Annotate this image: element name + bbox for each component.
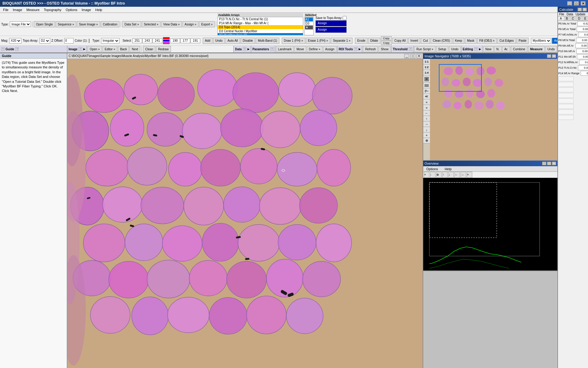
close-btn[interactable]: ✕ — [581, 1, 586, 6]
assign-topo-btn[interactable]: Assign — [315, 20, 347, 26]
erode-btn[interactable]: Erode — [355, 38, 368, 44]
next-btn[interactable]: Next — [130, 46, 140, 52]
image-nav-question[interactable]: ? — [547, 54, 551, 58]
separate-btn[interactable]: Separate 1 » — [331, 38, 352, 44]
undo-btn[interactable]: Undo — [213, 38, 225, 44]
undo-edit-btn[interactable]: Undo — [545, 46, 557, 52]
array-list[interactable]: P13 Tt.N.Cr.Nc - Tt N Central Nc (1) P14… — [217, 17, 303, 35]
calibration-btn[interactable]: Calibration — [101, 21, 120, 27]
keep-btn[interactable]: Keep — [453, 38, 464, 44]
menu-image2[interactable]: Image — [80, 8, 93, 12]
clean-crs-btn[interactable]: Clean (CRS) — [431, 38, 452, 44]
editor-btn[interactable]: Editor » — [103, 46, 117, 52]
move-btn[interactable]: Move — [294, 46, 306, 52]
calc-value-9[interactable] — [581, 71, 588, 76]
ov-right-btn[interactable]: → — [461, 172, 466, 178]
ov-plus2-btn[interactable]: + — [467, 172, 472, 178]
editing-expand[interactable]: ▶ — [479, 48, 481, 51]
mask-btn[interactable]: Mask — [465, 38, 477, 44]
selected-d3[interactable]: D3 — [305, 21, 313, 25]
save-topo-checkbox[interactable] — [343, 16, 347, 20]
add-btn[interactable]: Add — [203, 38, 213, 44]
img-minimize-btn[interactable]: _ — [404, 54, 409, 58]
image-viewer[interactable]: C:\BIOQUANT\Images\Sample Images\Muscle … — [67, 53, 423, 368]
calc-tab-b[interactable]: B — [564, 17, 570, 21]
array-item-0[interactable]: P13 Tt.N.Cr.Nc - Tt N Central Nc (1) — [218, 17, 303, 21]
selected-btn[interactable]: Selected » — [142, 21, 160, 27]
calc-value-6[interactable] — [577, 54, 588, 59]
draw-fh-btn[interactable]: Draw 1 (FH) » — [282, 38, 305, 44]
copy-btn2[interactable]: Copy — [381, 41, 392, 45]
disable-btn[interactable]: Disable — [241, 38, 255, 44]
data-set-btn[interactable]: Data Set » — [122, 21, 141, 27]
cut-edges-btn[interactable]: Cut Edges — [497, 38, 516, 44]
zoom-1-4[interactable]: 1:4 — [423, 70, 430, 75]
cut-btn[interactable]: Cut — [421, 38, 430, 44]
zoom-icon-lines2[interactable] — [423, 88, 430, 94]
img-close-btn[interactable]: ✕ — [417, 54, 421, 58]
z-offset-input[interactable] — [64, 38, 74, 44]
landmark-btn[interactable]: Landmark — [276, 46, 294, 52]
n-btn[interactable]: N. — [494, 46, 502, 52]
zoom-icon-chevrons[interactable]: ≪ — [423, 94, 430, 99]
calc-data[interactable]: Data — [565, 12, 574, 16]
open-btn[interactable]: Open » — [88, 46, 102, 52]
thumbnail-image[interactable] — [430, 59, 557, 160]
mag-select[interactable]: X20 — [9, 38, 21, 44]
assign-topo-btn2[interactable]: Assign — [315, 27, 347, 33]
assign-dropdown-btn[interactable]: Assign » — [183, 21, 198, 27]
zoom-1-1[interactable]: 1:1 — [423, 59, 430, 64]
nav-crosshair[interactable]: ⊕ — [423, 138, 430, 144]
back-btn[interactable]: Back — [118, 46, 129, 52]
fill-obj-btn[interactable]: Fill (OBJ) » — [477, 38, 497, 44]
calc-value-4[interactable] — [575, 43, 588, 48]
clean-btn[interactable]: Clean — [143, 46, 155, 52]
ov-left-btn[interactable]: ← — [454, 172, 460, 178]
calc-close[interactable]: ✕ — [582, 8, 587, 11]
image-expand[interactable]: ▶ — [83, 48, 85, 51]
overview-menu-options[interactable]: Options — [424, 167, 440, 171]
calc-value-0[interactable] — [577, 21, 588, 26]
refresh-btn[interactable]: Refresh — [363, 46, 378, 52]
view-data-btn[interactable]: View Data » — [161, 21, 182, 27]
array-item-4[interactable]: A0 Myofiber Area (0) — [218, 33, 303, 35]
measure-btn[interactable]: Measure — [528, 46, 545, 52]
show-btn[interactable]: Show — [379, 46, 390, 52]
overview-menu-help[interactable]: Help — [443, 167, 454, 171]
array-item-2[interactable]: D3 Topo (2014) — [218, 25, 303, 29]
menu-help[interactable]: Help — [93, 8, 104, 12]
menu-file[interactable]: File — [1, 8, 10, 12]
ov-minus-btn[interactable]: - — [430, 172, 435, 178]
array-item-1[interactable]: P14 Mf Ar Range - Max - Min Mf Ar ( — [218, 21, 303, 25]
calc-tab-c[interactable]: C — [570, 17, 576, 21]
combine-btn[interactable]: Combine — [511, 46, 527, 52]
undo-thresh-btn[interactable]: Undo — [449, 46, 461, 52]
menu-options[interactable]: Options — [64, 8, 79, 12]
type-select-2[interactable]: Irregular — [101, 38, 119, 44]
zoom-icon-lines1[interactable] — [423, 83, 430, 88]
auto-all-btn[interactable]: Auto All — [225, 38, 240, 44]
selected-a1[interactable]: A1 — [305, 17, 313, 21]
image-nav-close[interactable]: ✕ — [552, 54, 556, 58]
run-script-btn[interactable]: Run Script » — [414, 46, 435, 52]
erase-fh-btn[interactable]: Erase 1 (FH) » — [306, 38, 330, 44]
guide-expand[interactable]: ? — [15, 47, 19, 51]
open-single-btn[interactable]: Open Single — [34, 21, 55, 27]
nav-down-arrow[interactable]: ↓ — [423, 127, 430, 132]
guide-question-mark[interactable]: ? — [1, 47, 5, 51]
img-maximize-btn[interactable]: □ — [410, 54, 415, 58]
menu-topography[interactable]: Topography — [42, 8, 63, 12]
zoom-icon-arrows2[interactable]: » — [423, 105, 430, 110]
calc-tab-a[interactable]: A — [558, 17, 564, 21]
topo-array-select[interactable]: D2 — [40, 38, 50, 44]
export-btn[interactable]: Export » — [199, 21, 215, 27]
nav-plus[interactable]: + — [423, 132, 430, 138]
zoom-1-2[interactable]: 1:2 — [423, 64, 430, 70]
main-image[interactable] — [67, 59, 423, 368]
params-question-mark[interactable]: ? — [270, 47, 274, 51]
image-nav-content[interactable]: 1:1 1:2 1:4 ≪ « » ← ↑ — [423, 59, 557, 160]
paste-btn[interactable]: Paste — [517, 38, 529, 44]
menu-measure[interactable]: Measure — [24, 8, 41, 12]
calc-value-8[interactable] — [578, 65, 588, 70]
calc-tab-e[interactable]: E — [582, 17, 588, 21]
